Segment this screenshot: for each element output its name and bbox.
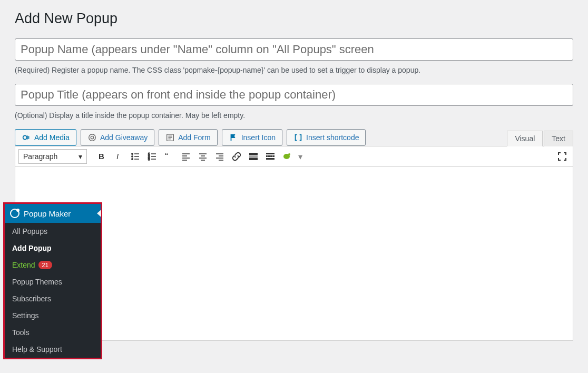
toolbar-toggle-button[interactable] [263,149,278,164]
popup-name-input[interactable] [15,38,573,61]
popup-title-helper: (Optional) Display a title inside the po… [15,111,573,120]
popup-maker-icon [10,209,19,218]
sidebar-item-label: Extend [12,261,35,269]
insert-icon-button[interactable]: Insert Icon [222,129,282,146]
sidebar-item-help-support[interactable]: Help & Support [5,341,101,358]
extend-badge: 21 [38,261,52,269]
svg-text:I: I [116,152,119,161]
sidebar-current-arrow [97,210,101,217]
italic-button[interactable]: I [111,149,126,164]
sidebar-item-label: All Popups [12,227,47,235]
sidebar-item-settings[interactable]: Settings [5,307,101,324]
sidebar-item-label: Help & Support [12,345,62,354]
tab-visual[interactable]: Visual [507,131,543,146]
svg-point-13 [132,159,133,160]
sidebar-item-subscribers[interactable]: Subscribers [5,290,101,307]
popup-title-input[interactable] [15,84,573,106]
bold-button[interactable]: B [94,149,109,164]
svg-rect-38 [266,155,268,157]
svg-point-1 [89,134,96,141]
media-icon [22,133,31,142]
svg-point-2 [91,136,93,139]
align-center-button[interactable] [195,149,210,164]
popup-name-helper: (Required) Register a popup name. The CS… [15,66,573,74]
format-select-value: Paragraph [23,152,57,161]
giveaway-icon [87,133,97,142]
sidebar-header[interactable]: Popup Maker [5,204,101,223]
bullet-list-button[interactable] [128,149,143,164]
sidebar-item-all-popups[interactable]: All Popups [5,223,101,240]
popup-maker-toolbar-button[interactable] [280,149,295,164]
editor-toolbar: Paragraph ▾ B I 123 “ ▾ [15,146,573,167]
add-media-label: Add Media [34,133,70,142]
sidebar-item-add-popup[interactable]: Add Popup [5,240,101,257]
link-button[interactable] [229,149,244,164]
sidebar-item-label: Settings [12,311,39,320]
add-giveaway-button[interactable]: Add Giveaway [81,129,154,146]
svg-point-44 [288,153,290,155]
numbered-list-button[interactable]: 123 [145,149,160,164]
insert-shortcode-button[interactable]: Insert shortcode [287,129,366,146]
page-title: Add New Popup [15,11,573,27]
add-form-label: Add Form [178,133,210,142]
svg-text:B: B [99,152,104,161]
align-right-button[interactable] [212,149,227,164]
insert-shortcode-label: Insert shortcode [306,133,359,142]
svg-rect-34 [249,153,258,155]
add-form-button[interactable]: Add Form [159,129,217,146]
form-icon [165,133,175,142]
svg-rect-40 [270,155,272,157]
sidebar-item-label: Subscribers [12,295,51,303]
blockquote-button[interactable]: “ [162,149,177,164]
add-giveaway-label: Add Giveaway [100,133,148,142]
sidebar-item-label: Tools [12,328,30,337]
shortcode-icon [293,133,303,142]
svg-rect-37 [266,153,275,154]
svg-rect-35 [249,156,258,156]
popup-maker-dropdown-icon[interactable]: ▾ [297,149,304,164]
insert-icon-label: Insert Icon [241,133,276,142]
tab-text[interactable]: Text [544,131,573,146]
sidebar-header-label: Popup Maker [24,209,71,218]
sidebar-item-tools[interactable]: Tools [5,324,101,341]
svg-rect-42 [266,158,275,160]
svg-rect-41 [272,155,275,157]
svg-text:“: “ [165,151,168,162]
sidebar-item-label: Add Popup [12,244,52,252]
sidebar-item-label: Popup Themes [12,278,62,286]
sidebar-item-popup-themes[interactable]: Popup Themes [5,273,101,290]
svg-rect-39 [268,155,270,157]
add-media-button[interactable]: Add Media [15,129,76,146]
sidebar-item-extend[interactable]: Extend 21 [5,257,101,273]
read-more-button[interactable] [246,149,261,164]
svg-point-11 [132,156,133,157]
chevron-down-icon: ▾ [79,152,82,161]
fullscreen-button[interactable] [555,149,570,164]
popup-maker-sidebar: Popup Maker All Popups Add Popup Extend … [3,202,102,359]
flag-icon [229,133,238,142]
align-left-button[interactable] [179,149,193,164]
svg-rect-36 [249,158,258,160]
format-select[interactable]: Paragraph ▾ [18,149,87,164]
svg-text:3: 3 [148,158,150,161]
svg-point-9 [132,153,133,154]
svg-point-0 [23,135,27,139]
